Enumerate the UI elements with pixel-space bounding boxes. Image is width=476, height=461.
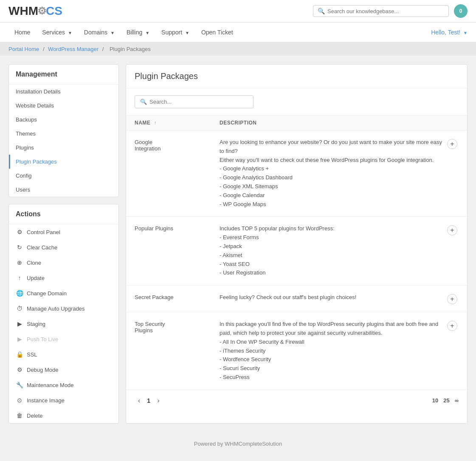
sidebar-menu: Installation Details Website Details Bac…: [9, 85, 118, 197]
package-description: Feeling lucky? Check out our staff's bes…: [220, 293, 446, 302]
page-size-10[interactable]: 10: [432, 397, 438, 404]
sidebar-item-plugins[interactable]: Plugins: [9, 141, 118, 155]
cart-button[interactable]: 0: [454, 4, 468, 18]
user-greeting-text: Hello, Test!: [431, 29, 460, 36]
management-title: Management: [9, 65, 118, 85]
add-package-button[interactable]: +: [447, 225, 457, 235]
nav-item-services[interactable]: Services ▼: [36, 23, 78, 42]
table-row: Popular Plugins Includes TOP 5 popular p…: [126, 217, 467, 286]
action-ssl[interactable]: 🔒 SSL: [9, 347, 118, 362]
sidebar: Management Installation Details Website …: [8, 64, 119, 424]
logo: WHM⚙CS: [8, 4, 62, 18]
package-search[interactable]: 🔍: [135, 95, 253, 108]
action-staging[interactable]: ▶ Staging: [9, 316, 118, 331]
col-name-label: NAME: [135, 120, 150, 126]
breadcrumb-sep1: /: [43, 46, 46, 52]
clear-cache-icon: ↻: [16, 243, 23, 251]
staging-icon: ▶: [16, 320, 23, 328]
breadcrumb-portal-home[interactable]: Portal Home: [8, 46, 39, 52]
nav-link-billing[interactable]: Billing ▼: [121, 23, 155, 42]
delete-icon: 🗑: [16, 412, 23, 419]
next-page-button[interactable]: ›: [154, 395, 163, 406]
package-add[interactable]: +: [446, 320, 459, 331]
knowledgebase-search-input[interactable]: [327, 8, 444, 14]
sidebar-link-backups[interactable]: Backups: [9, 113, 118, 127]
nav-link-support[interactable]: Support ▼: [155, 23, 195, 42]
action-clear-cache-label: Clear Cache: [27, 244, 57, 251]
breadcrumb-wordpress-manager[interactable]: WordPress Manager: [48, 46, 99, 52]
action-clone[interactable]: ⊕ Clone: [9, 255, 118, 270]
sidebar-link-users[interactable]: Users: [9, 183, 118, 197]
change-domain-icon: 🌐: [16, 289, 23, 297]
panel-title: Plugin Packages: [135, 71, 459, 81]
user-greeting-link[interactable]: Hello, Test! ▼: [431, 29, 468, 36]
action-update-label: Update: [27, 275, 45, 281]
cart-count: 0: [459, 8, 462, 14]
page-sizes: 10 25 ∞: [432, 397, 459, 404]
table-row: Secret Package Feeling lucky? Check out …: [126, 286, 467, 312]
nav-link-home[interactable]: Home: [8, 23, 36, 42]
logo-text-wh: WHM: [8, 4, 38, 18]
add-package-button[interactable]: +: [447, 294, 457, 304]
action-clear-cache[interactable]: ↻ Clear Cache: [9, 240, 118, 255]
add-package-button[interactable]: +: [447, 321, 457, 331]
panel-header: Plugin Packages: [126, 65, 467, 88]
sidebar-item-config[interactable]: Config: [9, 169, 118, 183]
nav-link-open-ticket[interactable]: Open Ticket: [195, 23, 239, 42]
nav-item-domains[interactable]: Domains ▼: [78, 23, 121, 42]
user-greeting[interactable]: Hello, Test! ▼: [431, 29, 468, 36]
package-name: Top SecurityPlugins: [135, 320, 220, 334]
main-panel: Plugin Packages 🔍 NAME ↑ DESCRIPTION Goo…: [126, 64, 468, 424]
add-package-button[interactable]: +: [447, 139, 457, 149]
sidebar-item-themes[interactable]: Themes: [9, 127, 118, 141]
nav-item-home[interactable]: Home: [8, 23, 36, 42]
nav-link-domains[interactable]: Domains ▼: [78, 23, 121, 42]
sidebar-link-plugin-packages[interactable]: Plugin Packages: [9, 155, 118, 169]
nav-item-billing[interactable]: Billing ▼: [121, 23, 155, 42]
action-clone-label: Clone: [27, 260, 41, 266]
nav-link-services[interactable]: Services ▼: [36, 23, 78, 42]
action-control-panel[interactable]: ⚙ Control Panel: [9, 224, 118, 240]
package-add[interactable]: +: [446, 293, 459, 304]
sidebar-item-installation-details[interactable]: Installation Details: [9, 85, 118, 99]
footer-text: Powered by WHMCompleteSolution: [194, 441, 282, 447]
sidebar-link-config[interactable]: Config: [9, 169, 118, 183]
sidebar-item-website-details[interactable]: Website Details: [9, 99, 118, 113]
knowledgebase-search[interactable]: 🔍: [313, 5, 449, 17]
breadcrumb-current: Plugin Packages: [110, 46, 151, 52]
action-change-domain-label: Change Domain: [27, 290, 67, 297]
user-arrow-icon: ▼: [463, 31, 468, 35]
prev-page-button[interactable]: ‹: [135, 395, 144, 406]
page-size-25[interactable]: 25: [443, 397, 449, 404]
action-instance-image[interactable]: ⊙ Instance Image: [9, 393, 118, 408]
packages-table: NAME ↑ DESCRIPTION GoogleIntegration Are…: [126, 116, 467, 411]
package-name: Secret Package: [135, 293, 220, 300]
col-desc-header: DESCRIPTION: [220, 120, 459, 126]
action-debug-mode[interactable]: ⚙ Debug Mode: [9, 362, 118, 377]
action-maintenance-mode[interactable]: 🔧 Maintenance Mode: [9, 377, 118, 393]
package-add[interactable]: +: [446, 138, 459, 149]
sidebar-item-plugin-packages[interactable]: Plugin Packages: [9, 155, 118, 169]
pagination: ‹ 1 › 10 25 ∞: [126, 390, 467, 411]
action-manage-auto-upgrades[interactable]: ⏱ Manage Auto Upgrades: [9, 301, 118, 316]
action-update[interactable]: ↑ Update: [9, 270, 118, 286]
arrow-icon: ▼: [68, 31, 72, 35]
sidebar-link-website-details[interactable]: Website Details: [9, 99, 118, 113]
sidebar-link-installation-details[interactable]: Installation Details: [9, 85, 118, 99]
sidebar-item-users[interactable]: Users: [9, 183, 118, 197]
nav-item-support[interactable]: Support ▼: [155, 23, 195, 42]
sidebar-link-themes[interactable]: Themes: [9, 127, 118, 141]
package-name: GoogleIntegration: [135, 138, 220, 152]
package-search-icon: 🔍: [140, 99, 147, 105]
action-change-domain[interactable]: 🌐 Change Domain: [9, 286, 118, 301]
sidebar-item-backups[interactable]: Backups: [9, 113, 118, 127]
arrow-icon: ▼: [110, 31, 115, 35]
actions-section: Actions ⚙ Control Panel ↻ Clear Cache ⊕ …: [8, 204, 119, 424]
sidebar-link-plugins[interactable]: Plugins: [9, 141, 118, 155]
action-delete[interactable]: 🗑 Delete: [9, 408, 118, 423]
page-size-all[interactable]: ∞: [455, 397, 459, 404]
current-page: 1: [147, 397, 150, 404]
nav-item-open-ticket[interactable]: Open Ticket: [195, 23, 239, 42]
package-search-input[interactable]: [149, 99, 248, 105]
package-add[interactable]: +: [446, 224, 459, 235]
